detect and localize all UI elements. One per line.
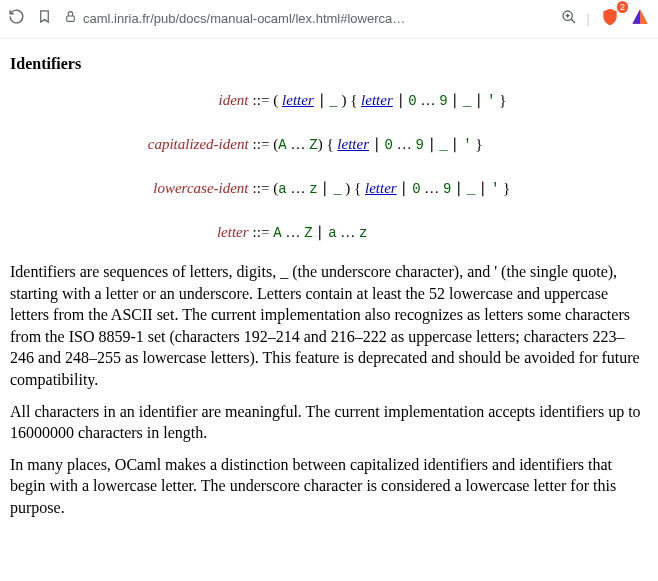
paragraph: All characters in an identifier are mean… [10, 401, 648, 444]
lhs: letter [146, 219, 251, 245]
nt-letter[interactable]: letter [282, 92, 314, 108]
lhs: lowercase-ident [146, 175, 251, 201]
toolbar-divider: | [587, 11, 590, 26]
lhs: ident [146, 87, 251, 113]
brave-shields-icon[interactable]: 2 [600, 7, 620, 30]
page-content: Identifiers ident ::= ( letter ∣ _ ) { l… [0, 39, 658, 537]
grammar-table: ident ::= ( letter ∣ _ ) { letter ∣ 0 … … [146, 87, 513, 245]
svg-marker-7 [640, 9, 648, 23]
defines: ::= [251, 175, 272, 201]
paragraph: Identifiers are sequences of letters, di… [10, 261, 648, 391]
rhs: A … Z ∣ a … z [271, 219, 512, 245]
rhs: ( letter ∣ _ ) { letter ∣ 0 … 9 ∣ _ ∣ ' … [271, 87, 512, 113]
lock-icon [64, 10, 77, 26]
defines: ::= [251, 131, 272, 157]
brave-rewards-icon[interactable] [630, 7, 650, 30]
reload-icon[interactable] [8, 8, 25, 28]
svg-marker-6 [633, 9, 641, 23]
rhs: (A … Z) { letter ∣ 0 … 9 ∣ _ ∣ ' } [271, 131, 512, 157]
rhs: (a … z ∣ _ ) { letter ∣ 0 … 9 ∣ _ ∣ ' } [271, 175, 512, 201]
lhs: capitalized-ident [146, 131, 251, 157]
nt-letter[interactable]: letter [337, 136, 369, 152]
nt-letter[interactable]: letter [365, 180, 397, 196]
paragraph: In many places, OCaml makes a distinctio… [10, 454, 648, 519]
rule-ident: ident ::= ( letter ∣ _ ) { letter ∣ 0 … … [146, 87, 513, 113]
rule-lowercase-ident: lowercase-ident ::= (a … z ∣ _ ) { lette… [146, 175, 513, 201]
svg-line-2 [571, 19, 575, 23]
rule-letter: letter ::= A … Z ∣ a … z [146, 219, 513, 245]
defines: ::= [251, 87, 272, 113]
bookmark-icon[interactable] [37, 9, 52, 27]
svg-rect-0 [67, 16, 75, 21]
section-heading: Identifiers [10, 55, 648, 73]
url-text: caml.inria.fr/pub/docs/manual-ocaml/lex.… [83, 11, 405, 26]
shields-badge: 2 [617, 1, 628, 13]
zoom-icon[interactable] [561, 9, 577, 28]
browser-toolbar: caml.inria.fr/pub/docs/manual-ocaml/lex.… [0, 0, 658, 39]
nt-letter[interactable]: letter [361, 92, 393, 108]
address-bar[interactable]: caml.inria.fr/pub/docs/manual-ocaml/lex.… [64, 10, 549, 26]
defines: ::= [251, 219, 272, 245]
rule-capitalized-ident: capitalized-ident ::= (A … Z) { letter ∣… [146, 131, 513, 157]
